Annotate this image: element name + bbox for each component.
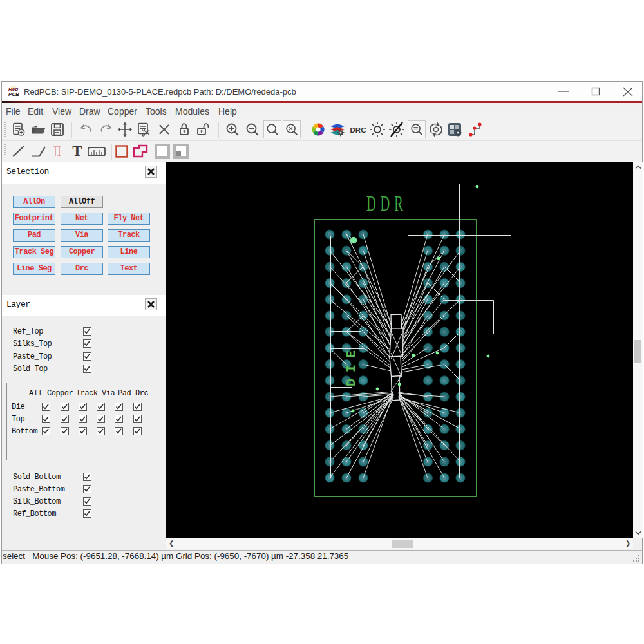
svg-text:T: T <box>72 143 82 159</box>
svg-text:DIE: DIE <box>344 344 359 386</box>
svg-text:DRC: DRC <box>350 126 366 134</box>
svg-text:PCB: PCB <box>8 91 19 97</box>
svg-text:DDR: DDR <box>366 192 408 215</box>
